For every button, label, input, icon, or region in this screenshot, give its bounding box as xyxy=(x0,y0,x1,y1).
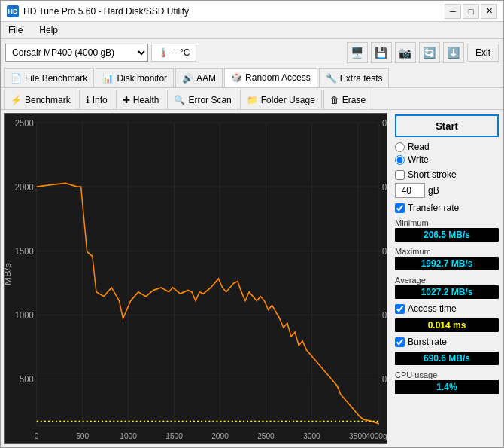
tab-aam[interactable]: 🔊 AAM xyxy=(175,68,223,87)
svg-text:1000: 1000 xyxy=(15,309,34,321)
svg-text:0.40: 0.40 xyxy=(382,181,387,193)
svg-text:2000: 2000 xyxy=(211,431,229,440)
cpu-label: CPU usage xyxy=(395,370,499,379)
maximum-stat: Maximum 1992.7 MB/s xyxy=(395,246,499,270)
toolbar-btn-2[interactable]: 💾 xyxy=(371,42,392,63)
tab-disk-monitor[interactable]: 📊 Disk monitor xyxy=(96,68,174,87)
tab-file-benchmark-label: File Benchmark xyxy=(25,73,87,84)
extra-tests-icon: 🔧 xyxy=(326,73,337,84)
svg-rect-0 xyxy=(5,114,387,443)
drive-select[interactable]: Corsair MP400 (4000 gB) xyxy=(5,44,148,62)
start-button[interactable]: Start xyxy=(395,114,499,137)
read-radio[interactable] xyxy=(395,142,405,152)
burst-rate-value: 690.6 MB/s xyxy=(395,352,499,365)
toolbar-btn-4[interactable]: 🔄 xyxy=(419,42,440,63)
svg-text:4000gB: 4000gB xyxy=(366,431,387,440)
tab-health-label: Health xyxy=(133,95,159,105)
title-bar-left: HD HD Tune Pro 5.60 - Hard Disk/SSD Util… xyxy=(7,5,189,17)
aam-icon: 🔊 xyxy=(182,73,193,84)
short-stroke-row: gB xyxy=(395,183,499,198)
svg-text:0.20: 0.20 xyxy=(382,309,387,321)
short-stroke-group: Short stroke gB xyxy=(395,169,499,198)
window-title: HD Tune Pro 5.60 - Hard Disk/SSD Utility xyxy=(23,6,189,17)
main-area: 2500 2000 1500 1000 500 MB/s 0.50 0.40 0… xyxy=(1,110,503,447)
access-time-label: Access time xyxy=(408,303,457,314)
tab-extra-tests[interactable]: 🔧 Extra tests xyxy=(319,68,390,87)
burst-rate-check[interactable] xyxy=(395,337,405,347)
info-icon: ℹ xyxy=(86,95,90,105)
temp-value: – °C xyxy=(172,47,190,58)
average-stat: Average 1027.2 MB/s xyxy=(395,275,499,299)
tab-file-benchmark[interactable]: 📄 File Benchmark xyxy=(4,68,94,87)
tab-error-scan[interactable]: 🔍 Error Scan xyxy=(167,90,238,109)
transfer-rate-check[interactable] xyxy=(395,203,405,213)
average-value: 1027.2 MB/s xyxy=(395,285,499,299)
toolbar-btn-1[interactable]: 🖥️ xyxy=(347,42,368,63)
svg-text:500: 500 xyxy=(76,431,89,440)
tab-folder-usage[interactable]: 📁 Folder Usage xyxy=(240,90,322,109)
thermometer-icon: 🌡️ xyxy=(158,47,169,58)
tab-extra-tests-label: Extra tests xyxy=(340,73,383,84)
svg-text:1500: 1500 xyxy=(165,431,183,440)
svg-text:500: 500 xyxy=(20,374,34,386)
toolbar-btn-5[interactable]: ⬇️ xyxy=(443,42,464,63)
maximum-value: 1992.7 MB/s xyxy=(395,257,499,270)
error-scan-icon: 🔍 xyxy=(174,95,185,105)
short-stroke-unit: gB xyxy=(428,185,439,196)
svg-text:MB/s: MB/s xyxy=(5,263,13,285)
short-stroke-checkbox[interactable]: Short stroke xyxy=(395,169,499,180)
tab-error-scan-label: Error Scan xyxy=(188,95,231,105)
menu-file[interactable]: File xyxy=(4,23,27,37)
radio-read[interactable]: Read xyxy=(395,142,499,152)
title-buttons: ─ □ ✕ xyxy=(445,4,497,19)
access-time-checkbox[interactable]: Access time xyxy=(395,303,499,314)
burst-rate-checkbox[interactable]: Burst rate xyxy=(395,337,499,347)
svg-text:1000: 1000 xyxy=(120,431,137,440)
svg-text:2500: 2500 xyxy=(257,431,275,440)
health-icon: ✚ xyxy=(123,95,130,105)
tab-benchmark[interactable]: ⚡ Benchmark xyxy=(4,90,77,109)
minimum-value: 206.5 MB/s xyxy=(395,228,499,242)
short-stroke-label: Short stroke xyxy=(408,169,457,180)
disk-monitor-icon: 📊 xyxy=(102,73,114,84)
tab-info[interactable]: ℹ Info xyxy=(79,90,114,109)
app-icon: HD xyxy=(7,5,19,17)
toolbar: Corsair MP400 (4000 gB) 🌡️ – °C 🖥️ 💾 📷 🔄… xyxy=(1,39,503,66)
transfer-rate-label: Transfer rate xyxy=(408,203,459,213)
folder-usage-icon: 📁 xyxy=(247,95,258,105)
average-label: Average xyxy=(395,276,499,285)
tab-aam-label: AAM xyxy=(196,73,216,84)
transfer-rate-checkbox[interactable]: Transfer rate xyxy=(395,203,499,213)
cpu-stat: CPU usage 1.4% xyxy=(395,370,499,394)
radio-write[interactable]: Write xyxy=(395,154,499,165)
chart-area: 2500 2000 1500 1000 500 MB/s 0.50 0.40 0… xyxy=(4,113,387,444)
short-stroke-check[interactable] xyxy=(395,170,405,180)
tab-disk-monitor-label: Disk monitor xyxy=(117,73,167,84)
menu-help[interactable]: Help xyxy=(35,23,62,37)
tab-info-label: Info xyxy=(93,95,108,105)
benchmark-icon: ⚡ xyxy=(11,95,22,105)
burst-rate-label: Burst rate xyxy=(408,337,447,347)
svg-text:2500: 2500 xyxy=(15,117,34,129)
temp-display: 🌡️ – °C xyxy=(151,44,196,62)
short-stroke-input[interactable] xyxy=(395,183,425,198)
tab-erase[interactable]: 🗑 Erase xyxy=(323,90,372,109)
right-panel: Start Read Write Short stroke xyxy=(390,110,503,447)
minimize-button[interactable]: ─ xyxy=(445,4,461,19)
svg-text:3500: 3500 xyxy=(349,431,366,440)
tabs-row2: ⚡ Benchmark ℹ Info ✚ Health 🔍 Error Scan… xyxy=(1,88,503,110)
tab-random-access[interactable]: 🎲 Random Access xyxy=(224,68,317,87)
write-radio[interactable] xyxy=(395,155,405,165)
random-access-icon: 🎲 xyxy=(231,72,242,83)
tab-folder-usage-label: Folder Usage xyxy=(261,95,315,105)
radio-group: Read Write xyxy=(395,142,499,165)
tab-health[interactable]: ✚ Health xyxy=(116,90,166,109)
svg-text:1500: 1500 xyxy=(15,245,34,257)
tab-random-access-label: Random Access xyxy=(245,72,311,83)
toolbar-btn-3[interactable]: 📷 xyxy=(395,42,416,63)
maximize-button[interactable]: □ xyxy=(463,4,479,19)
access-time-check[interactable] xyxy=(395,304,405,314)
menu-bar: File Help xyxy=(1,22,503,39)
exit-button[interactable]: Exit xyxy=(467,44,499,62)
close-button[interactable]: ✕ xyxy=(481,4,497,19)
